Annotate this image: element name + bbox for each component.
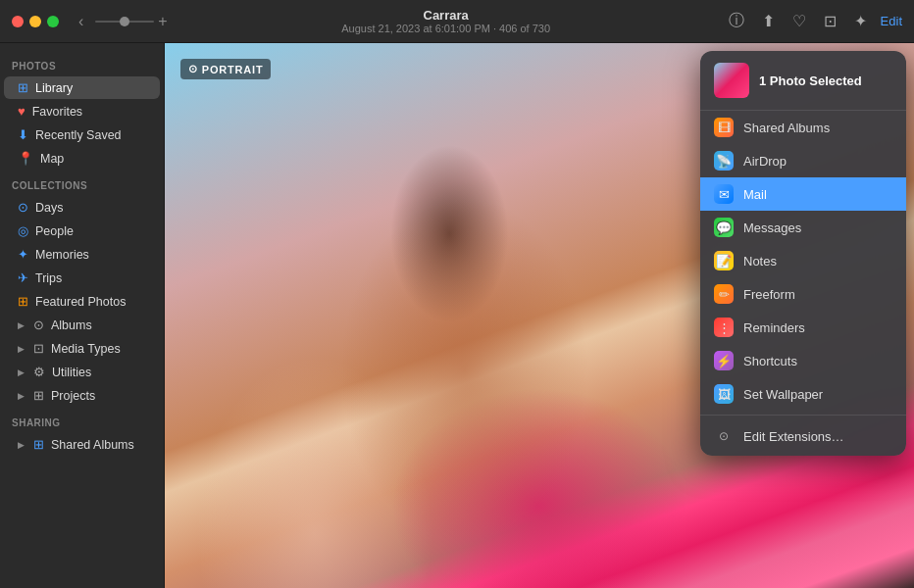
maximize-button[interactable] (47, 16, 59, 27)
favorites-icon: ♥ (18, 104, 25, 119)
share-thumbnail (714, 63, 749, 98)
sidebar-item-label-memories: Memories (35, 248, 89, 262)
shortcuts-menu-icon: ⚡ (714, 351, 734, 370)
sidebar-item-memories[interactable]: ✦ Memories (4, 243, 160, 266)
minimize-button[interactable] (29, 16, 41, 27)
sidebar-item-recently-saved[interactable]: ⬇ Recently Saved (4, 123, 160, 146)
sidebar-item-label-media-types: Media Types (51, 342, 121, 356)
sidebar-item-shared-albums[interactable]: ▶ ⊞ Shared Albums (4, 433, 160, 456)
share-item-label-notes: Notes (743, 254, 777, 269)
sidebar-item-label-albums: Albums (51, 318, 92, 332)
freeform-menu-icon: ✏ (714, 284, 734, 304)
share-item-label-wallpaper: Set Wallpaper (743, 387, 823, 402)
wallpaper-menu-icon: 🖼 (714, 384, 734, 404)
crop-button[interactable]: ⊡ (820, 10, 840, 32)
notes-menu-icon: 📝 (714, 251, 734, 270)
sharing-section-label: Sharing (0, 408, 164, 432)
projects-chevron-icon: ▶ (18, 391, 25, 401)
titlebar-center: Carrara August 21, 2023 at 6:01:00 PM · … (341, 8, 550, 34)
sidebar-item-media-types[interactable]: ▶ ⊡ Media Types (4, 337, 160, 360)
edit-button[interactable]: Edit (881, 14, 902, 28)
main-content: Photos ⊞ Library ♥ Favorites ⬇ Recently … (0, 43, 914, 588)
trips-icon: ✈ (18, 270, 28, 285)
share-item-reminders[interactable]: ⋮ Reminders (700, 311, 906, 344)
sidebar-item-projects[interactable]: ▶ ⊞ Projects (4, 384, 160, 407)
recently-saved-icon: ⬇ (18, 127, 28, 142)
photo-subtitle: August 21, 2023 at 6:01:00 PM · 406 of 7… (341, 23, 550, 34)
sidebar-item-label-trips: Trips (35, 271, 62, 285)
share-item-label-airdrop: AirDrop (743, 154, 787, 169)
sidebar-item-featured-photos[interactable]: ⊞ Featured Photos (4, 290, 160, 313)
share-item-label-mail: Mail (743, 187, 767, 202)
sidebar-item-label-library: Library (35, 81, 73, 95)
share-divider (700, 415, 906, 416)
albums-icon: ⊙ (33, 318, 44, 332)
mail-menu-icon: ✉ (714, 184, 734, 204)
titlebar-right: ⓘ ⬆ ♡ ⊡ ✦ Edit (725, 9, 902, 33)
share-item-label-shortcuts: Shortcuts (743, 354, 797, 368)
sidebar-item-people[interactable]: ◎ People (4, 220, 160, 242)
media-types-icon: ⊡ (33, 341, 44, 356)
share-header: 1 Photo Selected (700, 51, 906, 111)
share-dropdown: 1 Photo Selected 🎞 Shared Albums 📡 AirDr… (700, 51, 906, 456)
share-item-label-messages: Messages (743, 220, 801, 235)
shared-albums-icon: ⊞ (33, 437, 44, 452)
sidebar-item-trips[interactable]: ✈ Trips (4, 267, 160, 289)
sidebar-item-favorites[interactable]: ♥ Favorites (4, 100, 160, 122)
share-item-label-reminders: Reminders (743, 320, 805, 335)
people-icon: ◎ (18, 223, 28, 238)
magic-button[interactable]: ✦ (850, 10, 871, 32)
collections-section-label: Collections (0, 171, 164, 195)
share-button[interactable]: ⬆ (758, 10, 779, 32)
portrait-label: PORTRAIT (202, 64, 264, 75)
sidebar-item-label-map: Map (40, 152, 64, 166)
map-icon: 📍 (18, 151, 33, 166)
back-button[interactable]: ‹ (75, 11, 87, 32)
sidebar-item-utilities[interactable]: ▶ ⚙ Utilities (4, 361, 160, 383)
share-item-shortcuts[interactable]: ⚡ Shortcuts (700, 344, 906, 377)
share-item-label-shared-albums: Shared Albums (743, 121, 830, 135)
days-icon: ⊙ (18, 200, 28, 215)
memories-icon: ✦ (18, 247, 28, 262)
share-item-label-edit-extensions: Edit Extensions… (743, 429, 844, 444)
info-button[interactable]: ⓘ (725, 9, 748, 33)
share-item-notes[interactable]: 📝 Notes (700, 244, 906, 277)
shared-albums-chevron-icon: ▶ (18, 440, 25, 450)
sidebar-item-label-utilities: Utilities (52, 366, 91, 379)
reminders-menu-icon: ⋮ (714, 318, 734, 337)
zoom-handle (120, 17, 129, 26)
projects-icon: ⊞ (33, 388, 44, 403)
portrait-badge: ⊙ PORTRAIT (180, 59, 271, 79)
photo-area: ⊙ PORTRAIT 1 Photo Selected 🎞 Shared Alb… (165, 43, 914, 588)
zoom-slider[interactable]: + (95, 13, 167, 30)
shared-albums-menu-icon: 🎞 (714, 118, 734, 137)
zoom-plus-icon[interactable]: + (158, 13, 167, 30)
sidebar-item-map[interactable]: 📍 Map (4, 147, 160, 170)
sidebar-item-library[interactable]: ⊞ Library (4, 76, 160, 99)
sidebar-item-label-days: Days (35, 201, 63, 215)
share-item-mail[interactable]: ✉ Mail (700, 177, 906, 211)
library-icon: ⊞ (18, 80, 28, 95)
share-item-edit-extensions[interactable]: ⊙ Edit Extensions… (700, 419, 906, 456)
share-item-airdrop[interactable]: 📡 AirDrop (700, 144, 906, 177)
titlebar-left: ‹ + (12, 11, 168, 32)
airdrop-menu-icon: 📡 (714, 151, 734, 171)
favorite-button[interactable]: ♡ (788, 10, 810, 32)
share-item-messages[interactable]: 💬 Messages (700, 211, 906, 244)
share-item-shared-albums[interactable]: 🎞 Shared Albums (700, 111, 906, 144)
utilities-icon: ⚙ (33, 365, 45, 379)
share-item-wallpaper[interactable]: 🖼 Set Wallpaper (700, 377, 906, 411)
share-item-freeform[interactable]: ✏ Freeform (700, 277, 906, 311)
titlebar: ‹ + Carrara August 21, 2023 at 6:01:00 P… (0, 0, 914, 43)
sidebar-item-label-projects: Projects (51, 389, 95, 403)
sidebar-item-label-people: People (35, 224, 74, 238)
sidebar-item-albums[interactable]: ▶ ⊙ Albums (4, 314, 160, 336)
sidebar-item-label-recently-saved: Recently Saved (35, 128, 122, 142)
sidebar-item-days[interactable]: ⊙ Days (4, 196, 160, 219)
close-button[interactable] (12, 16, 24, 27)
zoom-track (95, 21, 154, 23)
portrait-icon: ⊙ (188, 63, 198, 75)
share-item-label-freeform: Freeform (743, 287, 795, 302)
edit-extensions-icon: ⊙ (714, 426, 734, 446)
featured-photos-icon: ⊞ (18, 294, 28, 309)
